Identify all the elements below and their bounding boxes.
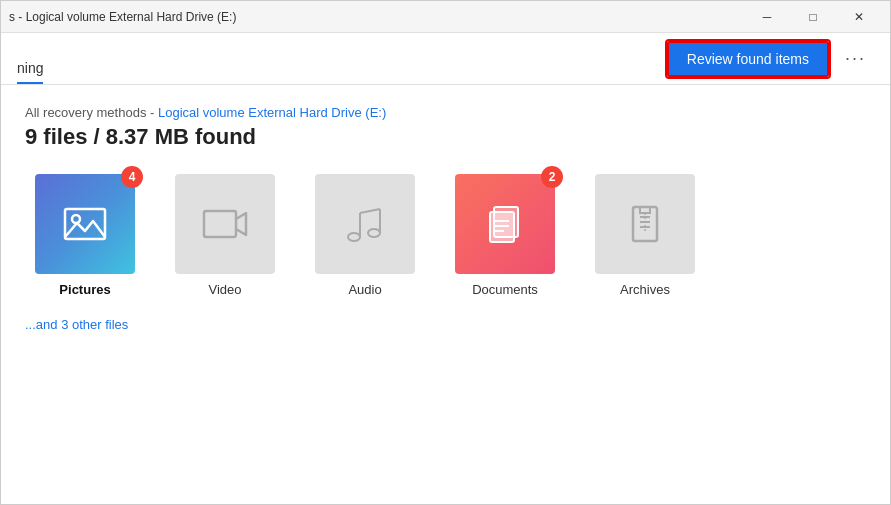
minimize-button[interactable]: ─ <box>744 1 790 33</box>
toolbar-left: ning <box>17 33 47 84</box>
documents-label: Documents <box>472 282 538 297</box>
breadcrumb-prefix: All recovery methods - <box>25 105 158 120</box>
svg-rect-14 <box>640 207 650 213</box>
toolbar: ning Review found items ··· <box>1 33 890 85</box>
title-bar: s - Logical volume External Hard Drive (… <box>1 1 890 33</box>
documents-icon <box>480 199 530 249</box>
svg-point-3 <box>348 233 360 241</box>
audio-icon-wrap <box>315 174 415 274</box>
svg-point-4 <box>368 229 380 237</box>
category-archives[interactable]: Archives <box>585 174 705 297</box>
svg-line-7 <box>360 209 380 213</box>
documents-icon-wrap: 2 <box>455 174 555 274</box>
category-documents[interactable]: 2 Documents <box>445 174 565 297</box>
category-audio[interactable]: Audio <box>305 174 425 297</box>
more-options-button[interactable]: ··· <box>837 44 874 73</box>
pictures-icon-wrap: 4 <box>35 174 135 274</box>
window-controls: ─ □ ✕ <box>744 1 882 33</box>
toolbar-right: Review found items ··· <box>667 41 874 77</box>
tab-scanning[interactable]: ning <box>17 60 43 84</box>
category-grid: 4 Pictures Video <box>25 174 866 297</box>
maximize-button[interactable]: □ <box>790 1 836 33</box>
archives-icon <box>620 199 670 249</box>
documents-badge: 2 <box>541 166 563 188</box>
breadcrumb-link[interactable]: Logical volume External Hard Drive (E:) <box>158 105 386 120</box>
pictures-label: Pictures <box>59 282 110 297</box>
video-icon <box>200 199 250 249</box>
breadcrumb: All recovery methods - Logical volume Ex… <box>25 105 866 120</box>
svg-rect-0 <box>65 209 105 239</box>
category-pictures[interactable]: 4 Pictures <box>25 174 145 297</box>
category-video[interactable]: Video <box>165 174 285 297</box>
svg-rect-2 <box>204 211 236 237</box>
video-label: Video <box>208 282 241 297</box>
archives-icon-wrap <box>595 174 695 274</box>
video-icon-wrap <box>175 174 275 274</box>
main-content: All recovery methods - Logical volume Ex… <box>1 85 890 352</box>
review-found-items-button[interactable]: Review found items <box>667 41 829 77</box>
window-title: s - Logical volume External Hard Drive (… <box>9 10 236 24</box>
pictures-badge: 4 <box>121 166 143 188</box>
svg-point-1 <box>72 215 80 223</box>
found-summary: 9 files / 8.37 MB found <box>25 124 866 150</box>
audio-icon <box>340 199 390 249</box>
archives-label: Archives <box>620 282 670 297</box>
close-button[interactable]: ✕ <box>836 1 882 33</box>
audio-label: Audio <box>348 282 381 297</box>
other-files-link[interactable]: ...and 3 other files <box>25 317 866 332</box>
pictures-icon <box>60 199 110 249</box>
